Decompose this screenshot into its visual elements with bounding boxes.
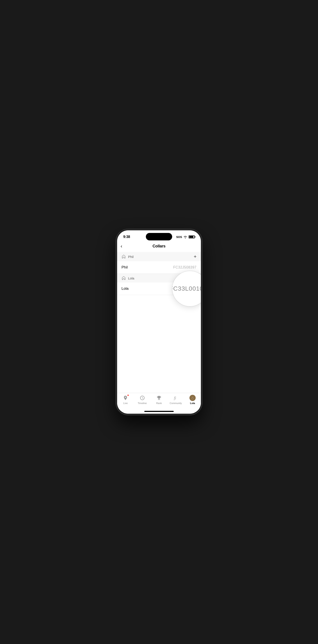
back-button[interactable]: ‹	[120, 244, 122, 249]
svg-point-5	[192, 398, 192, 398]
tab-icon-container-timeline	[139, 395, 146, 401]
fi-community-icon: fi	[173, 395, 178, 400]
live-notification-dot	[127, 394, 129, 396]
home-icon-phil	[122, 254, 126, 259]
phone-frame: 9:38 SOS ‹ Collars	[116, 230, 202, 414]
lola-section-left: Lola	[122, 276, 134, 280]
tab-icon-container-community: fi	[172, 395, 179, 401]
content-area: Phil + Phil FC32J508397 Lola	[117, 252, 201, 393]
status-time: 9:38	[123, 235, 130, 239]
svg-point-6	[193, 398, 193, 398]
clock-icon	[140, 395, 145, 400]
home-indicator	[144, 411, 174, 412]
lola-avatar-inner	[190, 395, 196, 401]
tab-label-live: Live	[123, 402, 128, 404]
tab-timeline[interactable]: Timeline	[134, 395, 150, 404]
phil-section-title: Phil	[128, 255, 134, 258]
phil-collar-label: Phil	[122, 265, 128, 270]
map-pin-icon	[123, 395, 128, 400]
tab-live[interactable]: Live	[117, 395, 134, 404]
tab-icon-container-lola	[190, 395, 196, 401]
phil-section-header: Phil +	[117, 252, 201, 261]
phone-screen: 9:38 SOS ‹ Collars	[117, 230, 201, 414]
lola-collar-label: Lola	[122, 286, 128, 291]
tab-lola-profile[interactable]: Lola	[184, 395, 201, 404]
lola-collar-row[interactable]: Lola FC33L001023 FC33L001023	[117, 282, 201, 295]
svg-point-4	[191, 397, 194, 400]
battery-icon	[188, 235, 195, 238]
tab-label-lola-profile: Lola	[190, 402, 195, 404]
add-collar-button-phil[interactable]: +	[194, 254, 196, 259]
tab-rank[interactable]: Rank	[151, 395, 167, 404]
wifi-icon	[183, 235, 187, 238]
dynamic-island	[146, 233, 172, 240]
svg-text:fi: fi	[174, 396, 176, 400]
tab-label-timeline: Timeline	[138, 402, 147, 404]
lola-avatar	[190, 395, 196, 401]
nav-header: ‹ Collars	[117, 242, 201, 252]
tab-label-rank: Rank	[156, 402, 162, 404]
home-icon-lola	[122, 276, 126, 280]
lola-avatar-svg	[190, 395, 196, 401]
phil-collar-value: FC32J508397	[173, 266, 196, 269]
tab-label-community: Community	[170, 402, 182, 404]
battery-fill	[189, 236, 194, 238]
magnified-value: FC33L001023	[172, 285, 201, 292]
tab-bar: Live Timeline Rank	[117, 393, 201, 411]
lola-section: Lola Lola FC33L001023 FC33L001023	[117, 274, 201, 295]
tab-community[interactable]: fi Community	[167, 395, 184, 404]
svg-point-7	[192, 398, 193, 399]
tab-icon-container-rank	[156, 395, 162, 401]
status-icons: SOS	[176, 235, 195, 239]
trophy-icon	[156, 395, 162, 400]
sos-text: SOS	[176, 235, 182, 239]
tab-icon-container-live	[122, 395, 128, 401]
lola-section-title: Lola	[128, 276, 134, 280]
phil-section-left: Phil	[122, 254, 134, 259]
page-title: Collars	[153, 244, 166, 248]
